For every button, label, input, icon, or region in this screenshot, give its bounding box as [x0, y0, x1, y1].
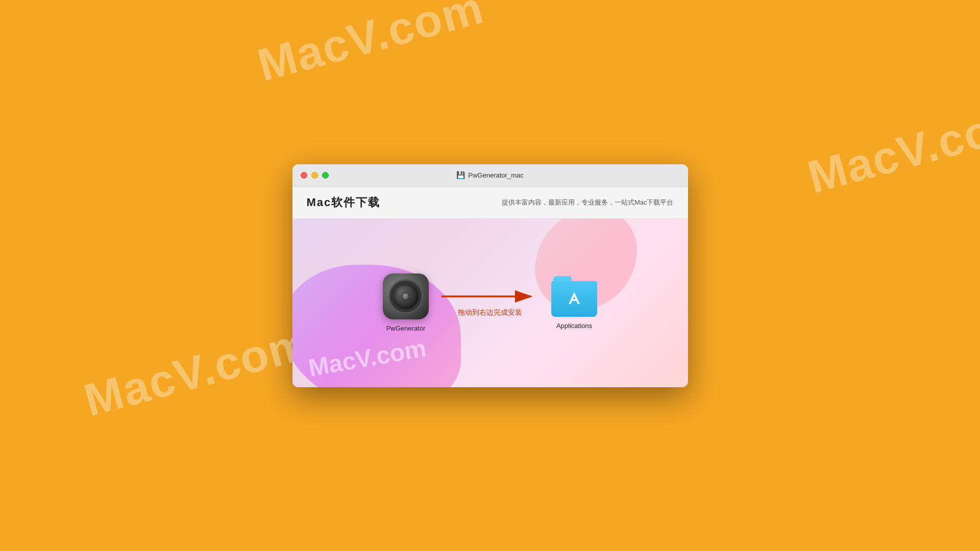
watermark-right: MacV.co	[802, 104, 980, 204]
folder-app-symbol	[564, 289, 584, 310]
traffic-lights	[301, 172, 329, 179]
drag-arrow-icon	[439, 289, 541, 304]
mac-window: 💾 PwGenerator_mac Mac软件下载 提供丰富内容，最新应用，专业…	[292, 164, 688, 387]
app-icon[interactable]	[383, 273, 429, 319]
watermark-top: MacV.com	[252, 0, 489, 92]
watermark-bottom-left: MacV.com	[79, 316, 315, 427]
brand-text: Mac软件下载	[307, 195, 381, 210]
applications-folder-label: Applications	[556, 322, 592, 330]
app-name-label: PwGenerator	[386, 324, 426, 332]
arrow-container: 拖动到右边完成安装	[439, 289, 541, 317]
maximize-button[interactable]	[322, 172, 329, 179]
dmg-content-area: MacV.com PwGenerator 拖动到右边完成安装	[292, 219, 688, 387]
window-title-icon: 💾	[456, 171, 465, 179]
tagline-text: 提供丰富内容，最新应用，专业服务，一站式Mac下载平台	[502, 198, 674, 207]
drag-instruction-label: 拖动到右边完成安装	[458, 308, 522, 317]
window-title-area: 💾 PwGenerator_mac	[456, 171, 523, 179]
applications-folder-container[interactable]: Applications	[551, 276, 597, 330]
window-header: Mac软件下载 提供丰富内容，最新应用，专业服务，一站式Mac下载平台	[292, 187, 688, 219]
title-bar: 💾 PwGenerator_mac	[292, 164, 688, 187]
close-button[interactable]	[301, 172, 307, 179]
app-icon-container: PwGenerator	[383, 273, 429, 332]
window-title: PwGenerator_mac	[468, 171, 523, 179]
applications-folder-icon	[551, 276, 597, 317]
install-area: PwGenerator 拖动到右边完成安装	[292, 219, 688, 387]
minimize-button[interactable]	[311, 172, 318, 179]
